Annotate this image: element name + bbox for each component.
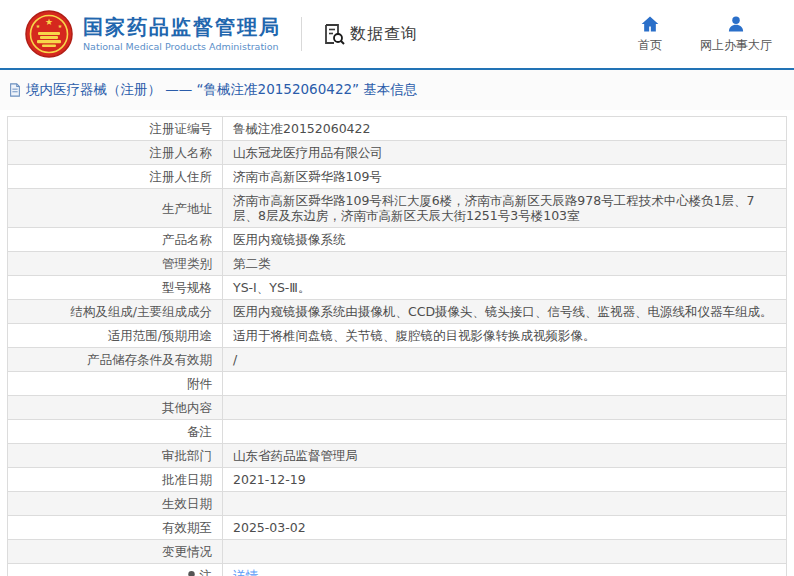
- table-row: 批准日期2021-12-19: [8, 468, 787, 492]
- row-label: 管理类别: [8, 252, 223, 276]
- nav-data-query[interactable]: 数据查询: [322, 22, 418, 46]
- row-label: 生效日期: [8, 492, 223, 516]
- row-label-note: 注: [8, 564, 223, 576]
- row-value: 山东省药品监督管理局: [223, 444, 787, 468]
- header-divider: [301, 17, 302, 51]
- site-subtitle: National Medical Products Administration: [83, 41, 281, 52]
- row-value: 医用内窥镜摄像系统: [223, 228, 787, 252]
- brand-block: 国家药品监督管理局 National Medical Products Admi…: [83, 16, 281, 52]
- table-row: 注 详情: [8, 564, 787, 576]
- table-row: 注册证编号鲁械注准20152060422: [8, 117, 787, 141]
- person-icon: [726, 14, 746, 34]
- row-value: [223, 540, 787, 564]
- row-label: 审批部门: [8, 444, 223, 468]
- svg-text:★: ★: [45, 17, 53, 27]
- breadcrumb: 境内医疗器械（注册） —— “鲁械注准20152060422” 基本信息: [8, 81, 417, 99]
- detail-link[interactable]: 详情: [233, 568, 258, 576]
- data-query-label: 数据查询: [350, 24, 418, 45]
- svg-text:★: ★: [36, 23, 41, 29]
- row-value: 济南市高新区舜华路109号科汇大厦6楼，济南市高新区天辰路978号工程技术中心楼…: [223, 189, 787, 228]
- svg-text:★: ★: [58, 23, 63, 29]
- breadcrumb-text: 境内医疗器械（注册） —— “鲁械注准20152060422” 基本信息: [26, 81, 417, 99]
- table-row: 注册人名称山东冠龙医疗用品有限公司: [8, 141, 787, 165]
- row-label: 产品储存条件及有效期: [8, 348, 223, 372]
- table-row: 附件: [8, 372, 787, 396]
- row-value: 山东冠龙医疗用品有限公司: [223, 141, 787, 165]
- nav-hall-label: 网上办事大厅: [700, 37, 772, 54]
- table-row: 备注: [8, 420, 787, 444]
- row-label: 注册人名称: [8, 141, 223, 165]
- table-row: 有效期至2025-03-02: [8, 516, 787, 540]
- table-row: 适用范围/预期用途适用于将椎间盘镜、关节镜、腹腔镜的目视影像转换成视频影像。: [8, 324, 787, 348]
- row-label: 批准日期: [8, 468, 223, 492]
- table-row: 注册人住所济南市高新区舜华路109号: [8, 165, 787, 189]
- registration-info-table: 注册证编号鲁械注准20152060422 注册人名称山东冠龙医疗用品有限公司 注…: [7, 116, 787, 576]
- nav-home-label: 首页: [638, 37, 662, 54]
- table-row: 生效日期: [8, 492, 787, 516]
- row-label: 其他内容: [8, 396, 223, 420]
- row-value: 第二类: [223, 252, 787, 276]
- row-label: 有效期至: [8, 516, 223, 540]
- row-label: 注册证编号: [8, 117, 223, 141]
- row-label: 生产地址: [8, 189, 223, 228]
- row-value: [223, 372, 787, 396]
- row-label: 附件: [8, 372, 223, 396]
- row-value: 2021-12-19: [223, 468, 787, 492]
- row-value: /: [223, 348, 787, 372]
- row-value: 适用于将椎间盘镜、关节镜、腹腔镜的目视影像转换成视频影像。: [223, 324, 787, 348]
- row-value: YS-Ⅰ、YS-Ⅲ。: [223, 276, 787, 300]
- row-value: [223, 420, 787, 444]
- row-label: 备注: [8, 420, 223, 444]
- row-label: 结构及组成/主要组成成分: [8, 300, 223, 324]
- row-value: 济南市高新区舜华路109号: [223, 165, 787, 189]
- site-title: 国家药品监督管理局: [83, 16, 281, 39]
- row-value: 2025-03-02: [223, 516, 787, 540]
- site-header: ★ ★ ★ 国家药品监督管理局 National Medical Product…: [0, 0, 794, 70]
- row-label: 注册人住所: [8, 165, 223, 189]
- page-doc-icon: [8, 83, 22, 97]
- document-search-icon: [322, 22, 346, 46]
- row-value: 鲁械注准20152060422: [223, 117, 787, 141]
- table-row: 生产地址济南市高新区舜华路109号科汇大厦6楼，济南市高新区天辰路978号工程技…: [8, 189, 787, 228]
- row-label: 产品名称: [8, 228, 223, 252]
- table-row: 产品名称医用内窥镜摄像系统: [8, 228, 787, 252]
- table-row: 结构及组成/主要组成成分医用内窥镜摄像系统由摄像机、CCD摄像头、镜头接口、信号…: [8, 300, 787, 324]
- table-row: 审批部门山东省药品监督管理局: [8, 444, 787, 468]
- row-label: 变更情况: [8, 540, 223, 564]
- home-icon: [640, 14, 660, 34]
- row-label: 适用范围/预期用途: [8, 324, 223, 348]
- table-row: 产品储存条件及有效期/: [8, 348, 787, 372]
- breadcrumb-band: 境内医疗器械（注册） —— “鲁械注准20152060422” 基本信息: [0, 70, 794, 110]
- registration-info-table-wrap: 注册证编号鲁械注准20152060422 注册人名称山东冠龙医疗用品有限公司 注…: [0, 110, 794, 576]
- table-row: 管理类别第二类: [8, 252, 787, 276]
- lightbulb-icon: [186, 570, 197, 576]
- nav-service-hall[interactable]: 网上办事大厅: [700, 14, 772, 54]
- national-emblem-logo: ★ ★ ★: [25, 10, 73, 58]
- row-label: 型号规格: [8, 276, 223, 300]
- nav-home[interactable]: 首页: [638, 14, 662, 54]
- table-row: 型号规格YS-Ⅰ、YS-Ⅲ。: [8, 276, 787, 300]
- row-value: [223, 396, 787, 420]
- row-value-note: 详情: [223, 564, 787, 576]
- table-row: 其他内容: [8, 396, 787, 420]
- note-label: 注: [200, 568, 213, 576]
- table-row: 变更情况: [8, 540, 787, 564]
- row-value: [223, 492, 787, 516]
- row-value: 医用内窥镜摄像系统由摄像机、CCD摄像头、镜头接口、信号线、监视器、电源线和仪器…: [223, 300, 787, 324]
